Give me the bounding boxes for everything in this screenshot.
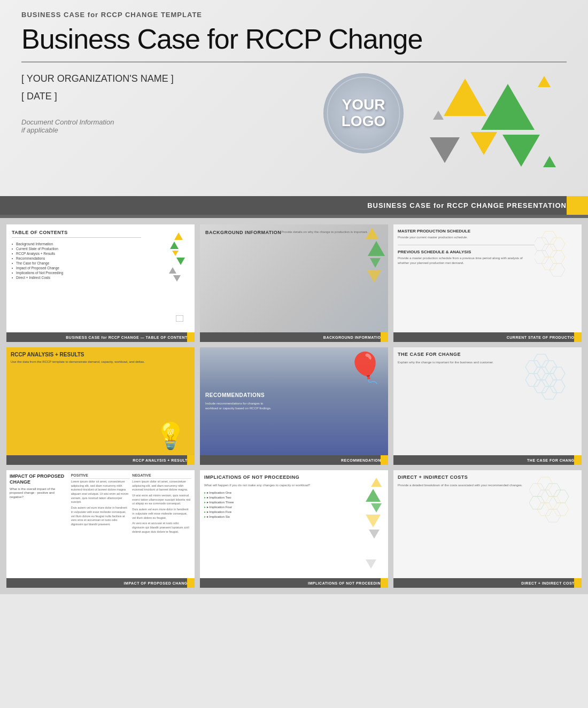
mps-title2: PREVIOUS SCHEDULE & ANALYSIS bbox=[398, 250, 535, 254]
mps-hex-svg bbox=[535, 229, 577, 293]
mps-decoration bbox=[535, 229, 577, 328]
toc-item-8: Direct + Indirect Costs bbox=[12, 276, 141, 279]
toc-item-2: Current State of Production bbox=[12, 247, 141, 251]
slide-costs-content: DIRECT + INDIRECT COSTS Provide a detail… bbox=[393, 470, 582, 578]
slide-impact[interactable]: IMPACT OF PROPOSED CHANGE What is the ov… bbox=[6, 470, 195, 588]
hero-triangles bbox=[417, 73, 567, 180]
lightbulb-icon: 💡 bbox=[154, 421, 187, 451]
impl-item-4: ▸ Implication Four bbox=[204, 505, 341, 509]
impact-negative-body4: At vero eos et accusan et iusto odio dig… bbox=[132, 522, 191, 534]
balloon-icon: 🎈 bbox=[347, 351, 384, 385]
slide-bg-footer: BACKGROUND INFORMATION bbox=[200, 332, 388, 342]
toc-decoration bbox=[141, 230, 189, 327]
footer-accent bbox=[381, 455, 388, 465]
slide-mps-footer: CURRENT STATE OF PRODUCTION bbox=[393, 332, 582, 342]
impl-question: What will happen if you do not make any … bbox=[204, 483, 341, 487]
mps-divider bbox=[398, 245, 535, 245]
slide-impact-footer-text: IMPACT OF PROPOSED CHANGE bbox=[124, 581, 190, 585]
triangle-gray-xs bbox=[433, 111, 444, 120]
triangle-green-large bbox=[481, 84, 535, 130]
impact-negative-body3: Duis autem vel eum iriure dolor in hendr… bbox=[132, 508, 191, 520]
hero-org: [ YOUR ORGANIZATION'S NAME ] bbox=[21, 73, 310, 84]
impact-col-main: IMPACT OF PROPOSED CHANGE What is the ov… bbox=[10, 473, 69, 564]
impact-grid: IMPACT OF PROPOSED CHANGE What is the ov… bbox=[10, 473, 191, 564]
hero-title: Business Case for RCCP Change bbox=[21, 23, 567, 63]
slide-mps-content: MASTER PRODUCTION SCHEDULE Provide your … bbox=[393, 224, 582, 332]
impl-decoration bbox=[341, 474, 384, 574]
slide-cfc-footer-text: THE CASE FOR CHANGE bbox=[527, 458, 577, 462]
hero-top-label: BUSINESS CASE for RCCP CHANGE TEMPLATE bbox=[21, 11, 567, 19]
mps-left: MASTER PRODUCTION SCHEDULE Provide your … bbox=[398, 229, 535, 328]
slide-bg-footer-text: BACKGROUND INFORMATION bbox=[323, 336, 384, 339]
slide-toc-footer-text: BUSINESS CASE for RCCP CHANGE — TABLE OF… bbox=[66, 336, 190, 339]
slides-grid: TABLE OF CONTENTS Background Information… bbox=[0, 218, 588, 594]
mps-section-previous: PREVIOUS SCHEDULE & ANALYSIS Provide a m… bbox=[398, 250, 535, 265]
cfc-hex-svg bbox=[524, 352, 577, 416]
impact-positive-label: POSITIVE bbox=[71, 473, 130, 479]
impact-main-title: IMPACT OF PROPOSED CHANGE bbox=[10, 473, 69, 485]
hero-footer-text: BUSINESS CASE for RCCP CHANGE PRESENTATI… bbox=[367, 201, 567, 209]
toc-item-1: Background Information bbox=[12, 242, 141, 246]
slide-case-for-change[interactable]: THE CASE FOR CHANGE Explain why the chan… bbox=[393, 347, 582, 465]
hero-left: [ YOUR ORGANIZATION'S NAME ] [ DATE ] Do… bbox=[21, 73, 310, 134]
slide-impact-footer: IMPACT OF PROPOSED CHANGE bbox=[6, 578, 195, 588]
cfc-text: THE CASE FOR CHANGE Explain why the chan… bbox=[398, 352, 524, 451]
costs-body: Provide a detailed breakdown of the cost… bbox=[398, 483, 529, 487]
triangle-gray-down-small bbox=[430, 137, 460, 163]
rccp-body: Use the data from the RCCP template to d… bbox=[11, 360, 190, 364]
slide-costs-footer-text: DIRECT + INDIRECT COSTS bbox=[521, 581, 577, 585]
toc-item-5: The Case for Change bbox=[12, 261, 141, 265]
footer-accent bbox=[574, 578, 582, 588]
cfc-body: Explain why the change is important for … bbox=[398, 360, 524, 364]
slide-toc[interactable]: TABLE OF CONTENTS Background Information… bbox=[6, 224, 195, 342]
slide-implications[interactable]: IMPLICATIONS OF NOT PROCEEDING What will… bbox=[200, 470, 388, 588]
mps-title1: MASTER PRODUCTION SCHEDULE bbox=[398, 229, 535, 234]
footer-accent bbox=[187, 455, 195, 465]
impl-item-1: ▸ Implication One bbox=[204, 491, 341, 494]
hero-doc-control: Document Control Information if applicab… bbox=[21, 118, 310, 134]
impact-negative-body2: Ut wisi enim ad minim veniam, quis nostr… bbox=[132, 494, 191, 506]
toc-item-7: Implications of Not Proceeding bbox=[12, 271, 141, 275]
costs-hex-svg bbox=[529, 474, 577, 539]
slide-costs[interactable]: DIRECT + INDIRECT COSTS Provide a detail… bbox=[393, 470, 582, 588]
rccp-title: RCCP ANALYSIS + RESULTS bbox=[11, 352, 190, 357]
slide-background[interactable]: BACKGROUND INFORMATION Provide details o… bbox=[200, 224, 388, 342]
impact-positive-body: Lorem ipsum dolor sit amet, consectetuer… bbox=[71, 480, 130, 504]
hero-footer: BUSINESS CASE for RCCP CHANGE PRESENTATI… bbox=[0, 196, 588, 215]
slide-toc-content: TABLE OF CONTENTS Background Information… bbox=[6, 224, 195, 332]
impact-question: What is the overall impact of the propos… bbox=[10, 487, 69, 500]
slide-impl-content: IMPLICATIONS OF NOT PROCEEDING What will… bbox=[200, 470, 388, 578]
impl-item-5: ▸ Implication Five bbox=[204, 510, 341, 514]
slide-costs-footer: DIRECT + INDIRECT COSTS bbox=[393, 578, 582, 588]
impl-text: IMPLICATIONS OF NOT PROCEEDING What will… bbox=[204, 474, 341, 574]
slide-rccp-content: RCCP ANALYSIS + RESULTS Use the data fro… bbox=[6, 347, 195, 455]
costs-text: DIRECT + INDIRECT COSTS Provide a detail… bbox=[398, 474, 529, 574]
slide-rccp[interactable]: RCCP ANALYSIS + RESULTS Use the data fro… bbox=[6, 347, 195, 465]
hero-center: YOUR LOGO bbox=[310, 73, 417, 153]
triangle-gold-xs bbox=[538, 76, 551, 87]
bg-body: Provide details on why the change to pro… bbox=[281, 230, 368, 327]
impact-positive-body2: Duis autem vel eum iriure dolor in hendr… bbox=[71, 506, 130, 526]
footer-accent bbox=[187, 578, 195, 588]
impact-negative-label: NEGATIVE bbox=[132, 473, 191, 479]
hero-slide: BUSINESS CASE for RCCP CHANGE TEMPLATE B… bbox=[0, 0, 588, 218]
impact-col-negative: NEGATIVE Lorem ipsum dolor sit amet, con… bbox=[132, 473, 191, 564]
slide-mps[interactable]: MASTER PRODUCTION SCHEDULE Provide your … bbox=[393, 224, 582, 342]
triangle-green-down-medium bbox=[502, 135, 540, 167]
mps-body1: Provide your current master production s… bbox=[398, 235, 535, 239]
impact-negative-body: Lorem ipsum dolor sit amet, consectetuer… bbox=[132, 480, 191, 492]
toc-list: TABLE OF CONTENTS Background Information… bbox=[12, 230, 141, 327]
slide-bg-content: BACKGROUND INFORMATION Provide details o… bbox=[200, 224, 388, 332]
slide-cfc-footer: THE CASE FOR CHANGE bbox=[393, 455, 582, 465]
logo-circle: YOUR LOGO bbox=[323, 73, 404, 153]
footer-accent bbox=[187, 332, 195, 342]
bg-title: BACKGROUND INFORMATION bbox=[205, 230, 281, 324]
toc-item-6: Impact of Proposed Change bbox=[12, 266, 141, 270]
logo-text: YOUR LOGO bbox=[342, 97, 385, 130]
cfc-title: THE CASE FOR CHANGE bbox=[398, 352, 524, 357]
hero-body: [ YOUR ORGANIZATION'S NAME ] [ DATE ] Do… bbox=[21, 73, 567, 196]
slide-recommendations[interactable]: 🎈 RECOMMENDATIONS Include recommendation… bbox=[200, 347, 388, 465]
impl-item-3: ▸ Implication Three bbox=[204, 500, 341, 504]
costs-decoration bbox=[529, 474, 577, 574]
slide-mps-footer-text: CURRENT STATE OF PRODUCTION bbox=[507, 336, 577, 339]
